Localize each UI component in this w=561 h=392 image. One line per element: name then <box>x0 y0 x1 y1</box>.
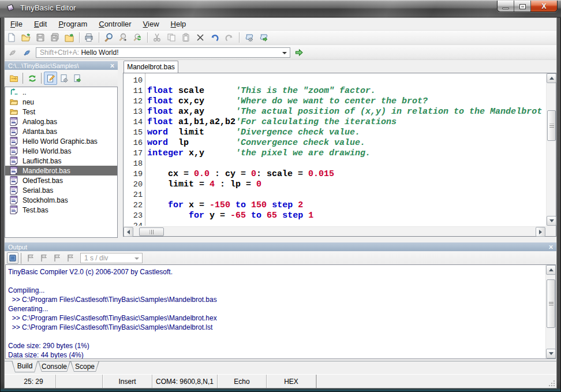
flag-button-3[interactable] <box>50 252 63 264</box>
title-bar[interactable]: TinyBasic Editor <box>0 0 561 18</box>
scope-stop-button[interactable] <box>7 252 18 264</box>
undo-button[interactable] <box>208 31 222 44</box>
arrow-down-icon <box>549 352 553 355</box>
file-name: Hello World.bas <box>23 147 71 155</box>
find-button[interactable] <box>102 31 115 44</box>
tab-build[interactable]: Build <box>12 361 38 372</box>
scroll-up-button[interactable] <box>547 73 556 83</box>
editor-horizontal-scrollbar[interactable] <box>124 226 545 236</box>
file-item-hello-world-bas[interactable]: Hello World.bas <box>5 146 117 156</box>
file-gear-icon <box>59 74 69 83</box>
file-item-test-bas[interactable]: Test.bas <box>5 205 117 215</box>
redo-button[interactable] <box>222 31 236 44</box>
output-vscroll-thumb[interactable] <box>547 279 555 328</box>
flag-button-2[interactable] <box>37 252 50 264</box>
command-value: Hello World! <box>81 48 118 57</box>
file-item-stockholm-bas[interactable]: Stockholm.bas <box>5 195 117 205</box>
chevron-down-icon[interactable] <box>282 52 287 54</box>
editor-hscroll-thumb[interactable] <box>139 227 164 236</box>
close-folder-button[interactable] <box>62 31 76 44</box>
editor-vscroll-thumb[interactable] <box>547 110 556 141</box>
menu-item-help[interactable]: Help <box>165 18 192 31</box>
refresh-button[interactable] <box>25 72 39 85</box>
tab-scope[interactable]: Scope <box>70 361 99 372</box>
command-combobox[interactable]: Shift+Ctrl+A: Hello World! <box>36 47 290 58</box>
run-command-button[interactable] <box>292 46 306 59</box>
tab-console[interactable]: Console <box>38 361 70 372</box>
flag-button-4[interactable] <box>63 252 77 264</box>
menu-item-edit[interactable]: Edit <box>28 18 53 31</box>
copy-button[interactable] <box>164 31 178 44</box>
file-item-hello-world-graphic-bas[interactable]: Hello World Graphic.bas <box>5 136 117 146</box>
flag-button-1[interactable] <box>24 252 37 264</box>
new-document-button[interactable] <box>5 31 18 44</box>
resize-grip[interactable] <box>548 380 555 387</box>
replace-icon <box>133 33 142 42</box>
scroll-up-button[interactable] <box>546 265 556 275</box>
save-button[interactable] <box>33 31 47 44</box>
scroll-left-button[interactable] <box>124 227 133 237</box>
file-item--[interactable]: .. <box>5 87 117 97</box>
maximize-button[interactable] <box>514 1 531 12</box>
file-name: .. <box>23 88 27 96</box>
print-button[interactable] <box>82 31 96 44</box>
file-item-atlanta-bas[interactable]: Atlanta.bas <box>5 126 117 136</box>
code-line-20: 20 limit = 4 : lp = 0 <box>124 180 545 190</box>
plug-connected-icon <box>23 48 32 57</box>
browse-folder-button[interactable] <box>7 72 20 85</box>
menu-item-program[interactable]: Program <box>53 18 93 31</box>
code-token: x = <box>184 200 210 210</box>
menu-item-file[interactable]: File <box>5 18 28 31</box>
code-text: float ax,ay 'The actual position of (x,y… <box>147 107 542 117</box>
file-item-neu[interactable]: neu <box>5 97 117 107</box>
file-item-lauflicht-bas[interactable]: Lauflicht.bas <box>5 156 117 166</box>
separator <box>23 73 23 84</box>
file-export-button[interactable] <box>70 72 84 85</box>
connect-button[interactable] <box>20 46 34 59</box>
undo-icon <box>210 33 219 42</box>
file-export-icon <box>73 74 82 83</box>
file-item-mandelbrot-bas[interactable]: Mandelbrot.bas <box>5 166 117 176</box>
disconnect-button[interactable] <box>6 46 20 59</box>
compile-program-button[interactable] <box>256 31 270 44</box>
code-area[interactable]: 1011float scale 'This is the "zoom" fact… <box>124 73 545 226</box>
scroll-down-button[interactable] <box>546 349 556 359</box>
cut-icon <box>152 33 162 42</box>
close-button[interactable]: X <box>531 1 557 12</box>
file-item-test[interactable]: Test <box>5 107 117 117</box>
file-gear-button[interactable] <box>57 72 70 85</box>
file-panel-close-icon[interactable]: X <box>110 63 114 69</box>
open-folder-button[interactable] <box>19 31 33 44</box>
cut-button[interactable] <box>150 31 164 44</box>
find-next-button[interactable] <box>116 31 130 44</box>
code-token: step <box>272 200 293 210</box>
editor-vertical-scrollbar[interactable] <box>546 73 556 226</box>
code-editor[interactable]: 1011float scale 'This is the "zoom" fact… <box>123 73 556 237</box>
save-all-button[interactable] <box>48 31 62 44</box>
edit-mode-button[interactable] <box>44 72 57 85</box>
arrow-left-icon <box>127 230 130 234</box>
output-panel-close-icon[interactable]: X <box>549 244 553 250</box>
delete-button[interactable] <box>193 31 207 44</box>
output-vertical-scrollbar[interactable] <box>545 265 555 359</box>
file-item-oledtest-bas[interactable]: OledTest.bas <box>5 176 117 185</box>
menu-item-view[interactable]: View <box>137 18 165 31</box>
paste-button[interactable] <box>179 31 193 44</box>
minimize-button[interactable] <box>498 1 514 12</box>
scroll-down-button[interactable] <box>547 216 556 226</box>
print-icon <box>84 33 94 42</box>
output-console[interactable]: TinyBasic Compiler V2.0 (c) 2006-2007 by… <box>5 264 556 359</box>
menu-item-controller[interactable]: Controller <box>93 18 137 31</box>
editor-tab[interactable]: Mandelbrot.bas <box>124 61 178 73</box>
code-token: float <box>147 107 173 117</box>
output-line: TinyBasic Compiler V2.0 (c) 2006-2007 by… <box>8 268 544 277</box>
file-name: Lauflicht.bas <box>23 157 61 165</box>
replace-button[interactable] <box>130 31 144 44</box>
compile-button[interactable] <box>242 31 256 44</box>
file-item-serial-bas[interactable]: Serial.bas <box>5 185 117 195</box>
scroll-right-button[interactable] <box>536 227 545 237</box>
file-item-analog-bas[interactable]: Analog.bas <box>5 117 117 126</box>
new-document-icon <box>7 33 16 42</box>
timebase-combobox[interactable]: 1 s / div <box>80 253 143 263</box>
save-all-icon <box>50 33 59 42</box>
